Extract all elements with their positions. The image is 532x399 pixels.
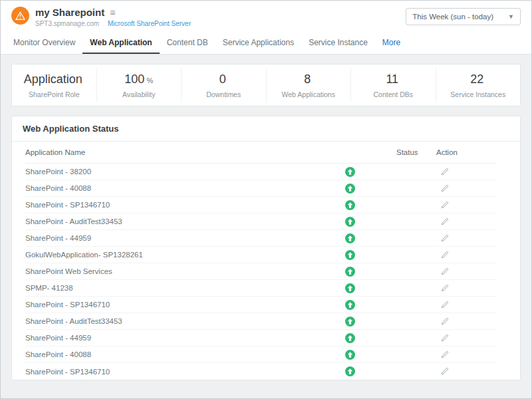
application-name: SharePoint - 44959	[25, 234, 303, 242]
table-body: SharePoint - 38200SharePoint - 40088Shar…	[12, 164, 520, 380]
edit-icon[interactable]	[440, 267, 449, 276]
stat-value: 100	[124, 72, 144, 86]
status-up-icon	[345, 253, 355, 261]
edit-icon[interactable]	[440, 234, 449, 243]
stat-service-instances: 22 Service Instances	[436, 68, 521, 102]
tab-more[interactable]: More	[375, 32, 408, 54]
application-name: SharePoint - SP1346710	[25, 201, 303, 209]
application-name: GokulWebApplication- SP1328261	[25, 251, 303, 259]
column-header-action: Action	[436, 148, 496, 156]
monitor-warning-icon	[11, 7, 29, 25]
edit-icon[interactable]	[440, 201, 449, 209]
web-application-status-card: Web Application Status Application Name …	[11, 116, 521, 380]
status-up-icon	[345, 370, 355, 378]
application-name: SharePoint - SP1346710	[25, 368, 303, 376]
table-row: SharePoint - SP1346710	[25, 297, 496, 313]
edit-icon[interactable]	[440, 168, 449, 176]
app-window: my Sharepoint ≡ SPT3.spmanage.com Micros…	[0, 0, 532, 399]
header: my Sharepoint ≡ SPT3.spmanage.com Micros…	[1, 1, 531, 32]
edit-icon[interactable]	[440, 350, 449, 359]
stat-value: Application	[24, 72, 82, 86]
stat-label: Web Applications	[269, 90, 348, 98]
table-row: SharePoint - 44959	[25, 230, 496, 247]
table-row: SharePoint - SP1346710	[25, 197, 496, 213]
stat-label: Content DBs	[354, 90, 433, 98]
application-name: SharePoint - 40088	[25, 184, 303, 192]
page-title: my Sharepoint	[35, 7, 104, 18]
edit-icon[interactable]	[440, 301, 449, 309]
caret-down-icon: ▼	[508, 13, 514, 20]
time-range-value: This Week (sun - today)	[412, 13, 493, 21]
host-name: SPT3.spmanage.com	[35, 20, 99, 27]
status-up-icon	[345, 320, 355, 328]
table-row: SharePoint - 40088	[25, 180, 496, 197]
status-up-icon	[345, 170, 355, 178]
column-header-application-name: Application Name	[25, 148, 303, 156]
tab-service-applications[interactable]: Service Applications	[215, 32, 301, 54]
stat-sharepoint-role: Application SharePoint Role	[12, 68, 96, 102]
status-up-icon	[345, 187, 355, 195]
edit-icon[interactable]	[440, 184, 449, 193]
stat-label: Availability	[100, 90, 179, 98]
stat-value: 0	[219, 72, 226, 86]
table-row: SharePoint - SP1346710	[25, 363, 496, 380]
stat-availability: 100% Availability	[96, 68, 182, 102]
edit-icon[interactable]	[440, 284, 449, 293]
application-name: SharePoint - 40088	[25, 350, 303, 358]
edit-icon[interactable]	[440, 334, 449, 342]
column-header-status: Status	[396, 148, 436, 156]
table-row: GokulWebApplication- SP1328261	[25, 247, 496, 263]
stat-value: 11	[386, 72, 398, 86]
tab-service-instance[interactable]: Service Instance	[301, 32, 375, 54]
stat-downtimes: 0 Downtimes	[181, 68, 266, 102]
status-up-icon	[345, 270, 355, 278]
status-up-icon	[345, 203, 355, 211]
status-up-icon	[345, 237, 355, 245]
time-range-select[interactable]: This Week (sun - today) ▼	[406, 8, 521, 25]
server-type-link[interactable]: Microsoft SharePoint Server	[108, 20, 191, 27]
status-up-icon	[345, 287, 355, 295]
edit-icon[interactable]	[440, 251, 449, 259]
table-title: Web Application Status	[12, 116, 520, 142]
application-name: SPMP- 41238	[25, 284, 303, 292]
application-name: SharePoint - SP1346710	[25, 301, 303, 309]
edit-icon[interactable]	[440, 367, 449, 376]
stat-web-applications: 8 Web Applications	[266, 68, 351, 102]
application-name: SharePoint Web Services	[25, 267, 303, 275]
table-row: SPMP- 41238	[25, 280, 496, 297]
main-content: Application SharePoint Role 100% Availab…	[1, 55, 531, 398]
percent-suffix: %	[146, 76, 153, 84]
status-up-icon	[345, 336, 355, 344]
table-row: SharePoint - 40088	[25, 346, 496, 363]
tab-web-application[interactable]: Web Application	[82, 32, 159, 54]
edit-icon[interactable]	[440, 317, 449, 326]
table-header-row: Application Name Status Action	[25, 142, 496, 164]
application-name: SharePoint - 38200	[25, 168, 303, 176]
edit-icon[interactable]	[440, 217, 449, 226]
status-up-icon	[345, 353, 355, 361]
tab-monitor-overview[interactable]: Monitor Overview	[6, 32, 82, 54]
stat-label: SharePoint Role	[15, 90, 94, 98]
table-row: SharePoint - 44959	[25, 330, 496, 346]
table-row: SharePoint - AuditTest33453	[25, 213, 496, 230]
stats-card: Application SharePoint Role 100% Availab…	[11, 64, 521, 106]
stat-content-dbs: 11 Content DBs	[350, 68, 436, 102]
tab-bar: Monitor Overview Web Application Content…	[1, 32, 531, 55]
stat-label: Service Instances	[439, 90, 518, 98]
stat-value: 22	[470, 72, 483, 86]
table-row: SharePoint Web Services	[25, 263, 496, 280]
status-up-icon	[345, 303, 355, 311]
table-row: SharePoint - 38200	[25, 164, 496, 180]
tab-content-db[interactable]: Content DB	[160, 32, 215, 54]
stat-value: 8	[304, 72, 311, 86]
table-row: SharePoint - AuditTest33453	[25, 313, 496, 330]
application-name: SharePoint - AuditTest33453	[25, 217, 303, 225]
application-name: SharePoint - 44959	[25, 334, 303, 342]
status-up-icon	[345, 220, 355, 228]
stat-label: Downtimes	[184, 90, 263, 98]
hamburger-menu-icon[interactable]: ≡	[110, 8, 115, 17]
application-name: SharePoint - AuditTest33453	[25, 317, 303, 325]
